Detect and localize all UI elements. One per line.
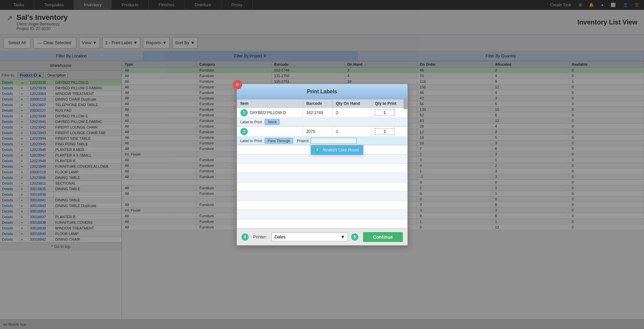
pass-through-badge[interactable]: Pass Through [265,138,293,144]
modal-col-qty-print: Qty to Print [372,99,407,107]
dropdown-item-amelia[interactable]: 2 Amelia's Lake House [311,145,363,155]
scrollbar-thumb [404,99,407,109]
modal-qty-hand-2: 1 [332,126,371,136]
modal-label-row-2: Label to Print: Pass Through Project: 2 … [237,136,407,145]
modal-qty-print-1 [372,107,407,118]
label-to-print-row-2: Label to Print: Pass Through Project: 2 … [237,137,407,145]
modal-label-row-1: Label to Print: Stock [237,118,407,126]
modal-empty-row-5 [237,182,407,191]
modal-table: Item Barcode Qty On Hand Qty to Print 1 … [237,99,407,228]
modal-close-button[interactable]: × [233,80,242,89]
printer-label: Printer: [253,234,267,239]
modal-barcode-1: 162-1749 [303,107,332,118]
modal-empty-row-8 [237,210,407,219]
modal-empty-row-7 [237,200,407,210]
step3-badge: 3 [240,128,248,135]
modal-barcode-2: 2075 [303,126,332,136]
modal-row-2: 3 2075 1 [237,126,407,136]
project-input[interactable] [311,138,357,144]
modal-footer: 4 Printer: Dales ▼ 5 Continue [237,228,407,245]
modal-qty-hand-1: 2 [332,107,371,118]
print-labels-modal: × Print Labels Item Barcode Qty On Hand … [237,84,408,246]
project-dropdown: 2 Amelia's Lake House [311,145,363,155]
modal-body: Item Barcode Qty On Hand Qty to Print 1 … [237,99,407,228]
printer-chevron-icon: ▼ [341,234,345,239]
label-to-print-label-1: Label to Print: [240,120,263,124]
modal-col-barcode: Barcode [303,99,332,107]
printer-select[interactable]: Dales ▼ [271,232,348,241]
modal-empty-row-3 [237,164,407,173]
qty-print-input-2[interactable] [375,128,395,135]
qty-print-input-1[interactable] [375,109,395,116]
modal-empty-row-6 [237,191,407,200]
modal-qty-print-2 [372,126,407,136]
label-to-print-row-1: Label to Print: Stock [237,118,407,126]
modal-item-1: 1 DAYBED PILLOW D [237,107,303,118]
label-to-print-label-2: Label to Print: [240,139,263,143]
modal-empty-row-9 [237,219,407,228]
modal-row-1: 1 DAYBED PILLOW D 162-1749 2 [237,107,407,118]
project-label-text: Project: [297,139,309,143]
modal-empty-row-4 [237,173,407,182]
step2-badge: 2 [314,147,320,153]
step4-badge: 4 [241,233,249,241]
continue-button[interactable]: Continue [363,232,403,242]
modal-empty-row-2 [237,154,407,164]
printer-value: Dales [274,234,285,239]
modal-col-item: Item [237,99,303,107]
stock-badge[interactable]: Stock [265,119,280,125]
modal-header: Print Labels [237,84,407,99]
modal-overlay[interactable]: × Print Labels Item Barcode Qty On Hand … [0,0,644,329]
step1-badge: 1 [240,109,248,116]
step5-badge: 5 [351,233,358,241]
modal-item-2: 3 [237,126,303,136]
modal-col-qty-hand: Qty On Hand [332,99,371,107]
